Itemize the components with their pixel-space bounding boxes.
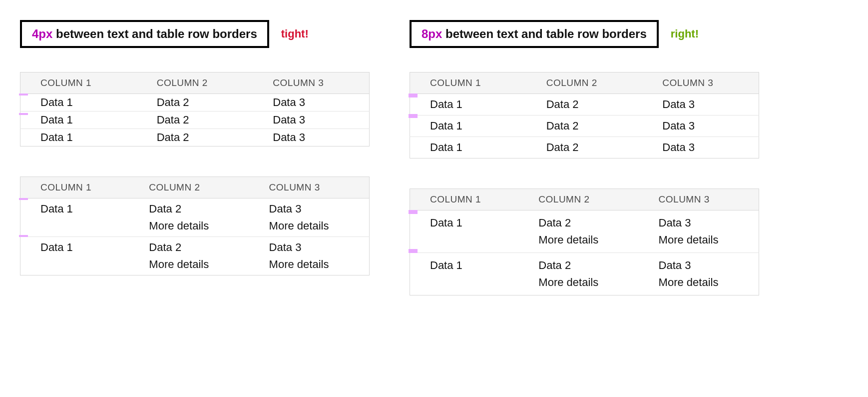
column-header: COLUMN 1 bbox=[20, 177, 129, 198]
column-header: COLUMN 1 bbox=[410, 72, 526, 94]
heading-text: between text and table row borders bbox=[442, 27, 646, 40]
table-cell: Data 1 bbox=[20, 112, 137, 129]
padding-marker-top-8px bbox=[409, 94, 418, 98]
px-value: 4px bbox=[32, 27, 52, 40]
table-header-row: COLUMN 1 COLUMN 2 COLUMN 3 bbox=[410, 189, 759, 210]
table-wrap-detail-8px: COLUMN 1 COLUMN 2 COLUMN 3 Data 1 Data 2… bbox=[410, 188, 759, 296]
table-cell: Data 3 bbox=[642, 137, 759, 158]
table-simple-4px: COLUMN 1 COLUMN 2 COLUMN 3 Data 1 Data 2… bbox=[20, 72, 370, 146]
heading-text: between text and table row borders bbox=[52, 27, 257, 40]
table-cell: Data 3More details bbox=[639, 253, 759, 296]
table-cell: Data 2 bbox=[526, 94, 643, 116]
table-row: Data 1 Data 2 Data 3 bbox=[410, 116, 759, 137]
heading-8px: 8px between text and table row borders r… bbox=[410, 20, 759, 48]
padding-marker-bottom-4px bbox=[19, 235, 28, 237]
heading-box-8px: 8px between text and table row borders bbox=[410, 20, 659, 48]
table-wrap-simple-4px: COLUMN 1 COLUMN 2 COLUMN 3 Data 1 Data 2… bbox=[20, 72, 370, 146]
table-cell: Data 1 bbox=[410, 116, 526, 137]
padding-marker-top-8px bbox=[409, 210, 418, 214]
table-cell: Data 2More details bbox=[518, 253, 638, 296]
heading-box-4px: 4px between text and table row borders bbox=[20, 20, 269, 48]
padding-marker-bottom-8px bbox=[409, 114, 418, 118]
table-cell: Data 3 bbox=[253, 112, 369, 129]
heading-note-right: right! bbox=[671, 28, 699, 40]
column-header: COLUMN 3 bbox=[642, 72, 759, 94]
table-simple-8px: COLUMN 1 COLUMN 2 COLUMN 3 Data 1 Data 2… bbox=[410, 72, 759, 158]
table-row: Data 1 Data 2 Data 3 bbox=[20, 129, 370, 146]
table-cell: Data 3 bbox=[642, 116, 759, 137]
table-cell: Data 1 bbox=[410, 210, 519, 253]
table-cell: Data 3 bbox=[253, 129, 369, 146]
table-cell: Data 3 bbox=[642, 94, 759, 116]
column-4px: 4px between text and table row borders t… bbox=[20, 20, 370, 326]
table-wrap-simple-8px: COLUMN 1 COLUMN 2 COLUMN 3 Data 1 Data 2… bbox=[410, 72, 759, 158]
table-row: Data 1 Data 2 Data 3 bbox=[20, 112, 370, 129]
table-cell: Data 1 bbox=[20, 198, 129, 237]
table-detail-8px: COLUMN 1 COLUMN 2 COLUMN 3 Data 1 Data 2… bbox=[410, 188, 759, 296]
table-cell: Data 1 bbox=[410, 137, 526, 158]
table-cell: Data 2More details bbox=[518, 210, 638, 253]
table-cell: Data 3 bbox=[253, 94, 369, 112]
table-cell: Data 2 bbox=[526, 137, 643, 158]
table-row: Data 1 Data 2More details Data 3More det… bbox=[20, 198, 370, 237]
column-header: COLUMN 1 bbox=[20, 72, 137, 94]
table-detail-4px: COLUMN 1 COLUMN 2 COLUMN 3 Data 1 Data 2… bbox=[20, 176, 370, 276]
table-cell: Data 3More details bbox=[249, 237, 370, 276]
table-row: Data 1 Data 2 Data 3 bbox=[20, 94, 370, 112]
column-header: COLUMN 2 bbox=[518, 189, 638, 210]
table-cell: Data 2 bbox=[137, 112, 253, 129]
table-cell: Data 2More details bbox=[129, 198, 249, 237]
table-cell: Data 2 bbox=[137, 129, 253, 146]
px-value: 8px bbox=[422, 27, 442, 40]
heading-note-tight: tight! bbox=[281, 28, 309, 40]
table-cell: Data 3More details bbox=[249, 198, 370, 237]
table-row: Data 1 Data 2More details Data 3More det… bbox=[20, 237, 370, 276]
column-header: COLUMN 3 bbox=[249, 177, 370, 198]
padding-marker-bottom-8px bbox=[409, 249, 418, 253]
column-header: COLUMN 1 bbox=[410, 189, 519, 210]
column-header: COLUMN 2 bbox=[129, 177, 249, 198]
table-header-row: COLUMN 1 COLUMN 2 COLUMN 3 bbox=[410, 72, 759, 94]
column-header: COLUMN 3 bbox=[253, 72, 369, 94]
column-header: COLUMN 2 bbox=[526, 72, 643, 94]
table-cell: Data 1 bbox=[410, 253, 519, 296]
table-cell: Data 1 bbox=[20, 237, 129, 276]
table-wrap-detail-4px: COLUMN 1 COLUMN 2 COLUMN 3 Data 1 Data 2… bbox=[20, 176, 370, 276]
table-cell: Data 2 bbox=[137, 94, 253, 112]
table-row: Data 1 Data 2More details Data 3More det… bbox=[410, 253, 759, 296]
table-row: Data 1 Data 2More details Data 3More det… bbox=[410, 210, 759, 253]
table-cell: Data 1 bbox=[20, 129, 137, 146]
padding-marker-top-4px bbox=[19, 198, 28, 200]
column-header: COLUMN 2 bbox=[137, 72, 253, 94]
table-cell: Data 3More details bbox=[639, 210, 759, 253]
column-8px: 8px between text and table row borders r… bbox=[410, 20, 759, 326]
table-row: Data 1 Data 2 Data 3 bbox=[410, 94, 759, 116]
table-row: Data 1 Data 2 Data 3 bbox=[410, 137, 759, 158]
padding-marker-bottom-4px bbox=[19, 113, 28, 115]
heading-4px: 4px between text and table row borders t… bbox=[20, 20, 370, 48]
padding-marker-top-4px bbox=[19, 94, 28, 96]
table-header-row: COLUMN 1 COLUMN 2 COLUMN 3 bbox=[20, 177, 370, 198]
column-header: COLUMN 3 bbox=[639, 189, 759, 210]
table-cell: Data 2More details bbox=[129, 237, 249, 276]
table-cell: Data 1 bbox=[410, 94, 526, 116]
table-cell: Data 1 bbox=[20, 94, 137, 112]
table-cell: Data 2 bbox=[526, 116, 643, 137]
table-header-row: COLUMN 1 COLUMN 2 COLUMN 3 bbox=[20, 72, 370, 94]
